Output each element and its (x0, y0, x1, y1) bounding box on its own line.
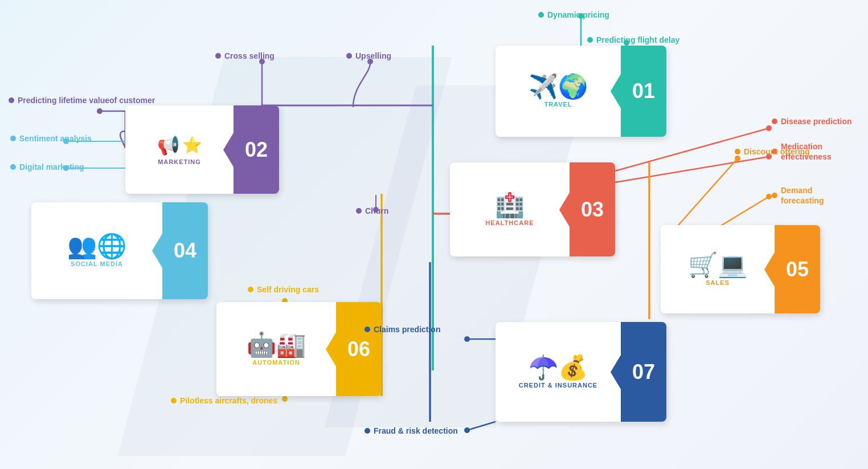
social-title: SOCIAL MEDIA (71, 260, 123, 267)
dot-dynamic-pricing (538, 12, 544, 18)
social-icon-area: 👥🌐 SOCIAL MEDIA (31, 202, 162, 299)
label-disease-prediction: Disease prediction (772, 117, 852, 126)
label-predicting-lifetime: Predicting lifetime valueof customer (9, 96, 155, 105)
card-sales: 🛒💻 SALES 05 (661, 225, 820, 313)
label-demand-forecasting: Demandforecasting (772, 185, 824, 206)
svg-point-6 (97, 108, 103, 114)
svg-point-22 (766, 194, 772, 199)
label-cross-selling: Cross selling (215, 51, 275, 60)
healthcare-icon: 🏥 (495, 193, 525, 217)
label-self-driving: Self driving cars (248, 285, 319, 294)
automation-icon-area: 🤖🏭 AUTOMATION (216, 302, 336, 396)
social-number-area: 04 (162, 202, 208, 299)
healthcare-icon-area: 🏥 HEALTHCARE (450, 162, 570, 256)
label-fraud-risk: Fraud & risk detection (365, 426, 458, 435)
dot-predicting-flight (587, 37, 593, 43)
label-claims-prediction: Claims prediction (365, 325, 440, 334)
svg-point-30 (464, 427, 470, 433)
dot-predicting-lifetime (9, 97, 14, 103)
credit-number-area: 07 (621, 322, 666, 422)
healthcare-title: HEALTHCARE (486, 219, 534, 226)
dot-fraud (365, 428, 370, 434)
marketing-number: 02 (245, 140, 268, 160)
marketing-icon-area: 📢 ⭐ MARKETING (125, 105, 234, 194)
dot-sentiment (10, 136, 16, 141)
svg-point-16 (766, 125, 772, 131)
card-social-media: 👥🌐 SOCIAL MEDIA 04 (31, 202, 208, 299)
credit-icon-area: ☂️💰 CREDIT & INSURANCE (496, 322, 621, 422)
card-travel: ✈️🌍 TRAVEL 01 (496, 46, 666, 137)
card-marketing: 📢 ⭐ MARKETING 02 (125, 105, 279, 194)
sales-title: SALES (706, 279, 730, 286)
dot-discount (735, 149, 740, 154)
dot-claims (365, 327, 370, 332)
main-container: ✈️🌍 TRAVEL 01 📢 ⭐ MARKETING 02 🏥 HEALTHC… (0, 0, 868, 469)
dot-churn (356, 208, 362, 214)
dot-digital-marketing (10, 164, 16, 170)
sales-icon-area: 🛒💻 SALES (661, 225, 775, 313)
credit-title: CREDIT & INSURANCE (519, 382, 597, 389)
marketing-title: MARKETING (158, 158, 201, 165)
travel-icon: ✈️🌍 (529, 75, 588, 99)
dot-upselling (346, 53, 352, 59)
sales-icon: 🛒💻 (688, 253, 747, 277)
healthcare-number-area: 03 (570, 162, 615, 256)
label-discount-offering: Discount offering (735, 147, 810, 156)
dot-pilotless (171, 398, 177, 403)
svg-line-17 (615, 157, 769, 182)
travel-number: 01 (632, 81, 655, 101)
automation-number-area: 06 (336, 302, 382, 396)
travel-number-area: 01 (621, 46, 666, 137)
marketing-number-area: 02 (234, 105, 279, 194)
label-dynamic-pricing: Dynamic pricing (538, 10, 609, 19)
card-healthcare: 🏥 HEALTHCARE 03 (450, 162, 615, 256)
card-automation: 🤖🏭 AUTOMATION 06 (216, 302, 382, 396)
credit-number: 07 (632, 362, 655, 382)
automation-icon: 🤖🏭 (247, 333, 306, 357)
dot-cross-selling (215, 53, 221, 59)
dot-disease (772, 119, 777, 124)
sales-number: 05 (786, 259, 809, 280)
sales-number-area: 05 (775, 225, 820, 313)
travel-icon-area: ✈️🌍 TRAVEL (496, 46, 621, 137)
credit-icon: ☂️💰 (529, 356, 588, 380)
dot-self-driving (248, 287, 253, 292)
social-icon: 👥🌐 (67, 234, 126, 258)
svg-point-20 (735, 156, 740, 161)
label-pilotless: Pilotless aircrafts, drones (171, 396, 277, 405)
card-credit-insurance: ☂️💰 CREDIT & INSURANCE 07 (496, 322, 666, 422)
automation-number: 06 (347, 339, 370, 360)
label-churn: Churn (356, 206, 388, 215)
automation-title: AUTOMATION (252, 359, 300, 366)
healthcare-number: 03 (581, 199, 604, 220)
dot-demand (772, 193, 777, 198)
label-digital-marketing: Digital marketing (10, 162, 84, 172)
social-number: 04 (174, 240, 196, 261)
label-predicting-flight: Predicting flight delay (587, 35, 679, 44)
travel-title: TRAVEL (544, 101, 572, 108)
label-upselling: Upselling (346, 51, 391, 60)
label-sentiment-analysis: Sentiment analysis (10, 134, 92, 143)
